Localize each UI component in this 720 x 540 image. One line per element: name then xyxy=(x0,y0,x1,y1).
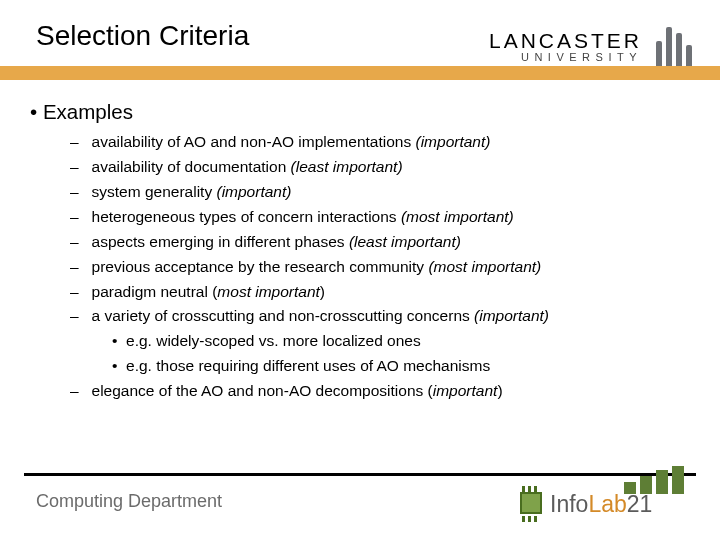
bullet-note: (important) xyxy=(216,183,291,200)
bullet-note: (important) xyxy=(474,307,549,324)
infolab-accent: Lab xyxy=(588,491,626,517)
bullet-text: a variety of crosscutting and non-crossc… xyxy=(92,307,475,324)
bullet-item: elegance of the AO and non-AO decomposit… xyxy=(70,381,690,402)
divider-bar xyxy=(0,66,720,80)
bullet-note: (most important) xyxy=(428,258,541,275)
bullet-tail: ) xyxy=(320,283,325,300)
infolab-logo-text: InfoLab21 xyxy=(550,491,652,518)
content-area: Examples availability of AO and non-AO i… xyxy=(30,100,690,406)
infolab-suffix: 21 xyxy=(627,491,653,517)
bullet-text: previous acceptance by the research comm… xyxy=(92,258,429,275)
bars-icon xyxy=(618,466,684,494)
bullet-item: paradigm neutral (most important) xyxy=(70,282,690,303)
bullet-text: elegance of the AO and non-AO decomposit… xyxy=(92,382,433,399)
footer-department: Computing Department xyxy=(36,491,222,512)
lancaster-logo-bottom: UNIVERSITY xyxy=(489,52,642,64)
infolab-logo: InfoLab21 xyxy=(514,472,684,528)
bullet-item: availability of documentation (least imp… xyxy=(70,157,690,178)
bullet-note: (least important) xyxy=(291,158,403,175)
bullet-item: a variety of crosscutting and non-crossc… xyxy=(70,306,690,327)
bullet-text: heterogeneous types of concern interacti… xyxy=(92,208,401,225)
lancaster-logo-top: LANCASTER xyxy=(489,30,642,52)
slide: Selection Criteria LANCASTER UNIVERSITY … xyxy=(0,0,720,540)
bullet-item: system generality (important) xyxy=(70,182,690,203)
bullet-text: availability of documentation xyxy=(92,158,291,175)
bullet-subitem: e.g. widely-scoped vs. more localized on… xyxy=(112,331,690,352)
bullet-text: paradigm neutral ( xyxy=(92,283,218,300)
infolab-main: Info xyxy=(550,491,588,517)
bullet-note: important xyxy=(433,382,498,399)
slide-title: Selection Criteria xyxy=(36,20,249,52)
bullet-item: heterogeneous types of concern interacti… xyxy=(70,207,690,228)
bullet-item: previous acceptance by the research comm… xyxy=(70,257,690,278)
bullet-text: availability of AO and non-AO implementa… xyxy=(92,133,416,150)
bullet-item: aspects emerging in different phases (le… xyxy=(70,232,690,253)
lancaster-logo-text: LANCASTER UNIVERSITY xyxy=(489,30,642,64)
chip-icon xyxy=(514,486,546,522)
bullet-lvl1: Examples xyxy=(30,100,690,124)
bullet-subitem: e.g. those requiring different uses of A… xyxy=(112,356,690,377)
bullet-note: most important xyxy=(217,283,320,300)
bullet-text: aspects emerging in different phases xyxy=(92,233,349,250)
bullet-note: (most important) xyxy=(401,208,514,225)
bullet-text: system generality xyxy=(92,183,217,200)
bullet-tail: ) xyxy=(497,382,502,399)
bullet-item: availability of AO and non-AO implementa… xyxy=(70,132,690,153)
bullet-note: (important) xyxy=(416,133,491,150)
bullet-note: (least important) xyxy=(349,233,461,250)
